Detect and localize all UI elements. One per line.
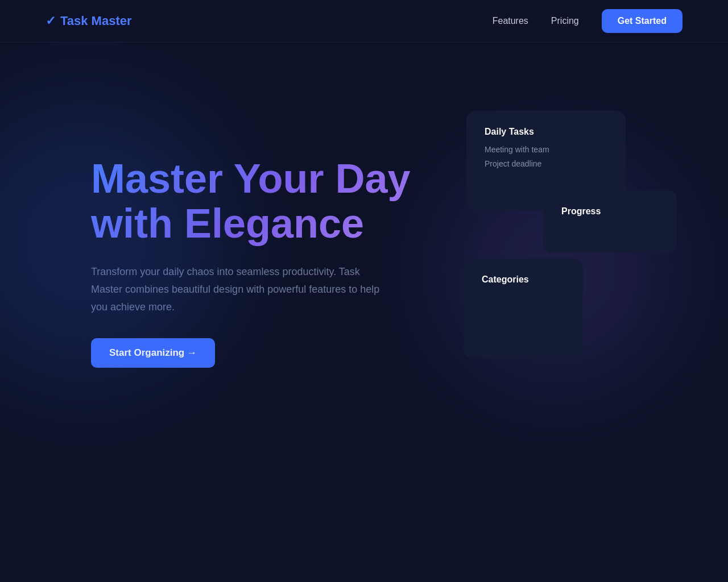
nav-get-started-button[interactable]: Get Started [602,9,682,33]
hero-title-line1: Master Your Day [91,156,411,201]
daily-task-item-2: Project deadline [485,157,607,171]
navbar: ✓ Task Master Features Pricing Get Start… [0,0,728,43]
logo-check-icon: ✓ [46,14,56,28]
hero-section: Master Your Day with Elegance Transform … [0,43,728,582]
categories-title: Categories [482,275,565,285]
hero-cta-button[interactable]: Start Organizing → [91,338,215,368]
nav-pricing-link[interactable]: Pricing [551,16,579,26]
logo: ✓ Task Master [46,14,132,28]
categories-card: Categories [464,259,583,358]
nav-links: Features Pricing Get Started [493,9,682,33]
daily-task-item-1: Meeting with team [485,143,607,157]
hero-subtitle: Transform your daily chaos into seamless… [91,263,387,315]
logo-text: Task Master [60,14,132,28]
hero-title-line2: with Elegance [91,201,364,246]
hero-cards: Daily Tasks Meeting with team Project de… [432,111,682,134]
daily-tasks-title: Daily Tasks [485,127,607,137]
hero-content: Master Your Day with Elegance Transform … [91,111,432,368]
progress-card: Progress [543,190,677,253]
hero-title: Master Your Day with Elegance [91,156,432,246]
nav-features-link[interactable]: Features [493,16,528,26]
progress-title: Progress [561,206,659,217]
